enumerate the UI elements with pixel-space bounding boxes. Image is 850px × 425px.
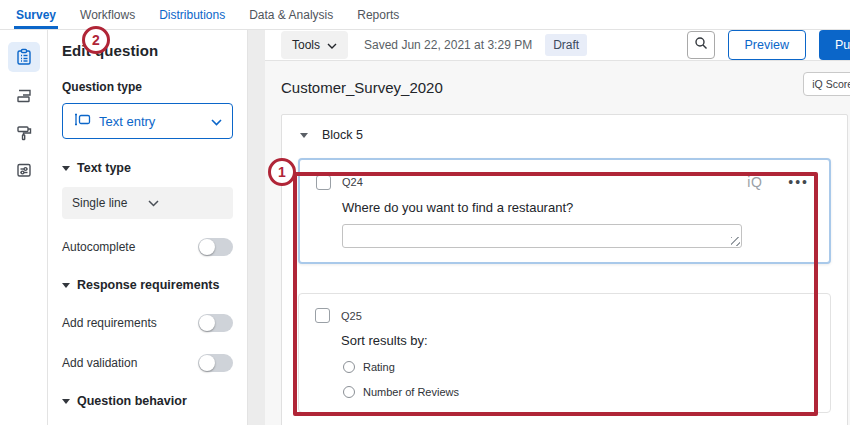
choice-option[interactable]: Rating [341,361,814,373]
question-checkbox[interactable] [315,308,330,323]
question-behavior-label: Question behavior [77,394,187,408]
toggle-knob [199,239,215,255]
stacked-blocks-icon [15,87,33,105]
toggle-knob [199,355,215,371]
collapse-triangle-icon [62,399,70,404]
tools-menu-button[interactable]: Tools [281,31,348,59]
add-requirements-label: Add requirements [62,316,157,330]
collapse-triangle-icon [62,166,70,171]
choice-label: Number of Reviews [363,386,459,398]
app-window: Survey Workflows Distributions Data & An… [0,0,850,425]
question-text[interactable]: Sort results by: [341,333,814,348]
text-type-dropdown[interactable]: Single line [62,187,233,219]
survey-title: Customer_Survey_2020 [281,79,443,96]
add-validation-toggle[interactable] [198,354,233,372]
block-name: Block 5 [322,128,363,142]
add-validation-label: Add validation [62,356,137,370]
status-badge: Draft [545,34,587,56]
tab-survey[interactable]: Survey [14,0,58,29]
autocomplete-toggle[interactable] [198,238,233,256]
last-saved-text: Saved Jun 22, 2021 at 3:29 PM [364,38,532,52]
question-id: Q24 [342,176,363,188]
chevron-down-icon [211,112,222,130]
search-icon [694,36,708,54]
block-collapse-icon [300,133,308,138]
clipboard-list-icon [15,48,33,66]
choice-option[interactable]: Number of Reviews [341,386,814,398]
preview-button[interactable]: Preview [728,30,806,60]
question-type-dropdown[interactable]: Text entry [62,103,233,139]
text-type-section-header[interactable]: Text type [62,161,233,175]
publish-button[interactable]: Publish [819,30,850,60]
response-requirements-section-header[interactable]: Response requirements [62,278,233,292]
paint-roller-icon [15,124,33,142]
survey-options-button[interactable] [8,157,40,183]
search-button[interactable] [687,31,715,59]
text-type-section-label: Text type [77,161,131,175]
top-navigation: Survey Workflows Distributions Data & An… [0,0,850,30]
choice-label: Rating [363,361,395,373]
tab-workflows[interactable]: Workflows [78,0,137,29]
question-card-q25[interactable]: Q25 Sort results by: Rating Number [298,293,831,413]
text-entry-icon [73,112,91,130]
tab-data-analysis[interactable]: Data & Analysis [247,0,335,29]
panel-title: Edit question [62,42,233,59]
question-type-value: Text entry [99,114,203,129]
text-entry-input[interactable] [342,224,742,248]
iq-score-label: iQ Score: [812,78,850,90]
tools-button-label: Tools [292,38,320,52]
collapse-triangle-icon [62,283,70,288]
survey-canvas: Customer_Survey_2020 iQ Score: Block 5 [265,61,850,425]
text-type-value: Single line [72,196,148,210]
survey-toolbar: Tools Saved Jun 22, 2021 at 3:29 PM Draf… [265,30,850,61]
main-area: Tools Saved Jun 22, 2021 at 3:29 PM Draf… [265,30,850,425]
question-menu-dots-icon[interactable]: ••• [788,177,809,187]
iq-score-badge[interactable]: iQ Score: [803,72,850,96]
survey-flow-button[interactable] [8,83,40,109]
radio-button-icon[interactable] [343,386,355,398]
chevron-down-icon [327,38,337,52]
question-id: Q25 [341,310,362,322]
tab-reports[interactable]: Reports [355,0,401,29]
response-requirements-label: Response requirements [77,278,219,292]
question-checkbox[interactable] [316,175,331,190]
block-header[interactable]: Block 5 [282,115,847,152]
edit-question-panel: Edit question Question type Text entry T… [48,30,248,425]
question-type-label: Question type [62,80,233,94]
question-card-q24[interactable]: Q24 iQ ••• Where do you want to find a r… [298,158,831,264]
question-behavior-section-header[interactable]: Question behavior [62,394,233,408]
iq-assist-icon[interactable]: iQ [747,174,762,190]
sliders-settings-icon [15,161,33,179]
toggle-knob [199,315,215,331]
block-container: Block 5 Q24 iQ ••• Where do you want to … [281,114,848,425]
radio-button-icon[interactable] [343,361,355,373]
chevron-down-icon [148,196,224,210]
autocomplete-label: Autocomplete [62,240,135,254]
resize-grip-icon[interactable] [731,237,740,246]
survey-builder-button[interactable] [8,42,40,72]
tab-distributions[interactable]: Distributions [157,0,227,29]
left-icon-rail [0,30,48,425]
add-requirements-toggle[interactable] [198,314,233,332]
look-and-feel-button[interactable] [8,120,40,146]
panel-gutter [248,30,265,425]
question-text[interactable]: Where do you want to find a restaurant? [342,200,813,215]
